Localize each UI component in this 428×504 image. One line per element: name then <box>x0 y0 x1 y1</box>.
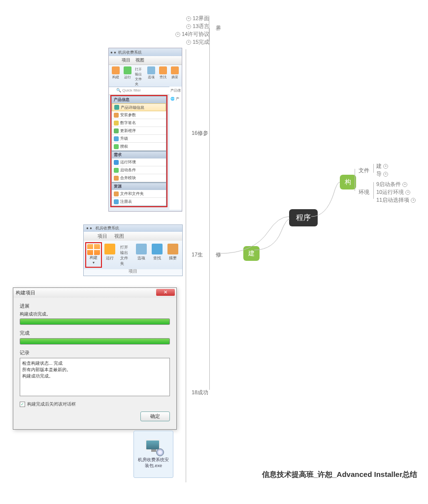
close-icon[interactable]: ✕ <box>156 289 175 296</box>
plus-icon: + <box>383 172 388 177</box>
node-12[interactable]: +12界面 <box>186 15 209 22</box>
progress-msg: 构建成功完成。 <box>20 311 170 317</box>
screenshot-ribbon: ● ● 机房收费系统 项目视图 构建▾ 运行打开输出文件夹选项查找摘要 项目 <box>83 224 183 276</box>
env-label[interactable]: 环境 <box>359 189 369 196</box>
plus-icon: + <box>411 198 416 203</box>
connector <box>355 169 355 191</box>
right-pane: 产品信🌐 产 <box>169 87 182 210</box>
file-child-2[interactable]: 导+ <box>376 170 388 178</box>
env-child-1[interactable]: 9启动条件+ <box>376 181 407 188</box>
titlebar: ● ● 机房收费系统 <box>84 225 182 232</box>
progress-bar-2 <box>20 338 170 345</box>
plus-icon: + <box>186 24 191 29</box>
group-label: 界 <box>216 25 221 32</box>
titlebar: ● ● 机房收费系统 <box>109 48 182 56</box>
sidebar-highlighted: 产品信息产品详细信息安装参数数字签名更新程序升级授权需求运行环境启动条件合并模块… <box>110 95 167 207</box>
tab-row: 项目视图 <box>109 56 182 65</box>
curve-connector <box>254 217 303 256</box>
build-dialog: 构建项目 ✕ 进展 构建成功完成。 完成 记录 检查构建状态... 完成所有内部… <box>13 287 177 430</box>
progress-label: 进展 <box>20 303 170 310</box>
curve-connector <box>311 180 346 219</box>
env-child-2[interactable]: 10运行环境+ <box>376 189 410 196</box>
file-child-1[interactable]: 建+ <box>376 162 388 170</box>
tab-row: 项目视图 <box>84 232 182 241</box>
connector <box>373 164 374 173</box>
plus-icon: + <box>186 40 191 45</box>
node-18[interactable]: 18成功 <box>192 389 208 396</box>
node-16[interactable]: 16修参 <box>192 129 208 137</box>
env-child-3[interactable]: 11启动选择项+ <box>376 196 416 204</box>
node-17[interactable]: 17生 <box>192 251 203 258</box>
plus-icon: + <box>405 190 410 195</box>
build-button-highlight: 构建▾ <box>85 242 102 268</box>
dialog-titlebar: 构建项目 ✕ <box>13 288 176 298</box>
ribbon: 构建运行打开输出文件夹选项查找摘要 <box>109 65 182 87</box>
installer-icon <box>145 440 162 454</box>
plus-icon: + <box>383 164 388 169</box>
section-label: 项目 <box>129 268 137 275</box>
connector <box>373 182 374 199</box>
build-icon <box>87 244 100 255</box>
plus-icon: + <box>175 32 180 37</box>
node-14[interactable]: +14许可协议 <box>175 31 209 38</box>
node-13[interactable]: +13语言 <box>186 23 209 30</box>
main-vline <box>209 28 210 390</box>
plus-icon: + <box>186 16 191 21</box>
done-label: 完成 <box>20 330 170 337</box>
screenshot-product-panel: ● ● 机房收费系统 项目视图 构建运行打开输出文件夹选项查找摘要 🔍 Quic… <box>108 48 182 212</box>
inner-vline <box>186 49 186 482</box>
log-area[interactable]: 检查构建状态... 完成所有内部版本是最新的。构建成功完成。 <box>20 358 170 396</box>
node-15[interactable]: +15完成 <box>186 38 209 46</box>
progress-bar-1 <box>20 318 170 325</box>
checkbox-icon[interactable]: ✓ <box>20 402 25 407</box>
installer-file[interactable]: 机房收费系统安装包.exe <box>133 431 173 478</box>
plus-icon: + <box>402 182 407 187</box>
checkbox-row[interactable]: ✓ 构建完成后关闭该对话框 <box>20 401 170 408</box>
files-label[interactable]: 文件 <box>359 167 369 174</box>
ok-button[interactable]: 确定 <box>140 411 170 421</box>
footer-title: 信息技术提高班_许恕_Advanced Installer总结 <box>262 470 417 479</box>
log-label: 记录 <box>20 349 170 356</box>
ribbon: 构建▾ 运行打开输出文件夹选项查找摘要 <box>84 241 182 269</box>
